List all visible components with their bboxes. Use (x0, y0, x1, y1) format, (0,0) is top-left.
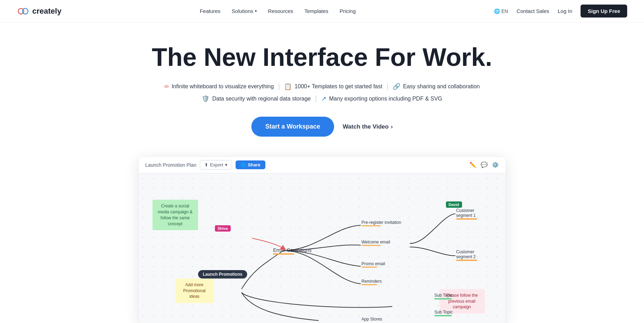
feat-export: ↗ Many exporting options including PDF &… (321, 95, 442, 103)
nav-pricing[interactable]: Pricing (340, 8, 356, 14)
sep-3: | (315, 95, 317, 103)
app-screenshot: Launch Promotion Plan ⬆ Export ▾ 🌐 Share… (138, 156, 506, 323)
svg-text:Pre-register invitation: Pre-register invitation (361, 220, 401, 225)
nav-features[interactable]: Features (200, 8, 221, 14)
svg-rect-19 (434, 298, 452, 300)
globe-icon: 🌐 (494, 8, 500, 14)
feat-whiteboard: ∞ Infinite whiteboard to visualize every… (164, 83, 274, 90)
logo-text: creately (32, 7, 61, 16)
svg-text:Email Campaigns: Email Campaigns (273, 247, 312, 253)
comment-icon[interactable]: 💬 (481, 162, 488, 168)
infinity-icon: ∞ (164, 83, 169, 90)
arrow-right-icon: › (391, 123, 393, 130)
nav-templates[interactable]: Templates (304, 8, 328, 14)
svg-text:Promo email: Promo email (361, 261, 385, 266)
watch-video-label: Watch the Video (343, 123, 388, 130)
feat-security: 🛡️ Data security with regional data stor… (202, 95, 311, 103)
start-workspace-button[interactable]: Start a Workspace (251, 117, 334, 137)
feat-export-text: Many exporting options including PDF & S… (329, 96, 442, 102)
svg-rect-7 (361, 245, 381, 246)
hero-cta: Start a Workspace Watch the Video › (7, 117, 637, 137)
diagram-svg: Email Campaigns Pre-register invitation … (138, 173, 506, 323)
svg-text:Sub Topic: Sub Topic (434, 293, 453, 298)
svg-text:Reminders: Reminders (361, 279, 382, 284)
sep-1: | (278, 82, 280, 90)
signup-button[interactable]: Sign Up Free (581, 5, 627, 18)
template-icon: 📋 (284, 83, 292, 90)
svg-rect-5 (361, 225, 381, 226)
hero-features: ∞ Infinite whiteboard to visualize every… (7, 82, 637, 103)
svg-text:segment 1: segment 1 (456, 213, 476, 218)
export-icon: ↗ (321, 95, 326, 103)
nav-resources[interactable]: Resources (268, 8, 293, 14)
svg-rect-9 (361, 267, 377, 268)
svg-rect-21 (434, 315, 452, 316)
canvas-toolbar: Launch Promotion Plan ⬆ Export ▾ 🌐 Share… (138, 157, 506, 173)
login-link[interactable]: Log In (558, 8, 572, 14)
toolbar-left: Launch Promotion Plan ⬆ Export ▾ 🌐 Share (145, 160, 265, 170)
watch-video-link[interactable]: Watch the Video › (343, 123, 393, 130)
hero-headline: The New Interface For Work. (7, 43, 637, 71)
sep-2: | (386, 82, 388, 90)
svg-text:Welcome email: Welcome email (361, 240, 390, 245)
navbar: creately Features Solutions ▾ Resources … (0, 0, 644, 22)
svg-rect-11 (361, 284, 377, 285)
export-button[interactable]: ⬆ Export ▾ (200, 160, 232, 170)
nav-links: Features Solutions ▾ Resources Templates… (200, 8, 356, 14)
language-label: EN (501, 8, 508, 14)
svg-text:Customer: Customer (456, 249, 474, 254)
hero-section: The New Interface For Work. ∞ Infinite w… (0, 22, 644, 323)
logo-icon (17, 5, 29, 18)
svg-text:segment 2: segment 2 (456, 254, 476, 259)
feat-templates: 📋 1000+ Templates to get started fast (284, 83, 382, 90)
features-row-2: 🛡️ Data security with regional data stor… (202, 95, 442, 103)
svg-rect-14 (456, 218, 477, 220)
contact-sales-link[interactable]: Contact Sales (516, 8, 549, 14)
settings-icon[interactable]: ⚙️ (492, 162, 499, 168)
feat-whiteboard-text: Infinite whiteboard to visualize everyth… (171, 83, 274, 90)
feat-sharing: 🔗 Easy sharing and collaboration (393, 83, 480, 90)
svg-text:App Stores: App Stores (361, 317, 382, 322)
share-button[interactable]: 🌐 Share (236, 160, 265, 169)
language-selector[interactable]: 🌐 EN (494, 8, 508, 14)
nav-solutions[interactable]: Solutions ▾ (232, 8, 257, 14)
nav-right: 🌐 EN Contact Sales Log In Sign Up Free (494, 5, 627, 18)
globe-small-icon: 🌐 (240, 162, 246, 167)
solutions-chevron-icon: ▾ (255, 9, 257, 13)
edit-icon[interactable]: ✏️ (469, 162, 476, 168)
svg-rect-2 (273, 253, 294, 255)
svg-point-1 (22, 8, 28, 14)
shield-icon: 🛡️ (202, 95, 209, 103)
share-icon: 🔗 (393, 83, 400, 90)
svg-rect-17 (456, 260, 477, 261)
logo[interactable]: creately (17, 5, 61, 18)
features-row-1: ∞ Infinite whiteboard to visualize every… (164, 82, 480, 90)
export-chevron-icon: ▾ (225, 162, 228, 167)
feat-templates-text: 1000+ Templates to get started fast (294, 83, 382, 90)
canvas-title: Launch Promotion Plan (145, 162, 197, 168)
export-icon-small: ⬆ (204, 162, 208, 167)
canvas-area: Create a social media campaign & follow … (138, 173, 506, 323)
svg-text:Customer: Customer (456, 208, 474, 213)
feat-security-text: Data security with regional data storage (212, 96, 311, 102)
svg-text:Sub Topic: Sub Topic (434, 310, 453, 315)
toolbar-right: ✏️ 💬 ⚙️ (469, 162, 499, 168)
feat-sharing-text: Easy sharing and collaboration (403, 83, 480, 90)
